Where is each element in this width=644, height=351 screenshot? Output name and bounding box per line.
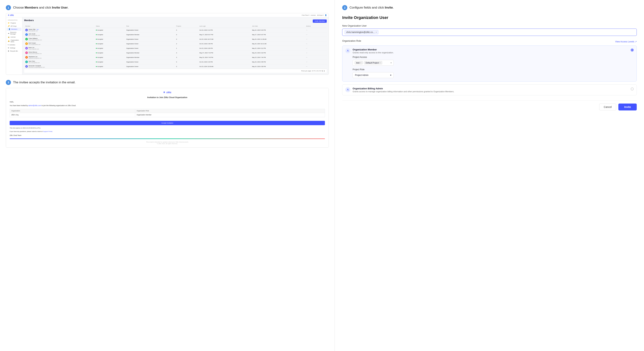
table-row: H Henry Marcus henry.marcus@zilliz.com A…: [24, 50, 327, 55]
email-screenshot-box: ✳ zilliz Invitation to Join Zilliz Cloud…: [6, 88, 329, 148]
org-member-role-card[interactable]: Organization Member Grants read-only acc…: [342, 46, 637, 82]
invite-button[interactable]: Invite: [618, 104, 637, 110]
member-cell-6: S Stephanie Lee stephanie.lee@zilliz.com: [24, 55, 95, 60]
project-access-dropdown[interactable]: test × Default Project × ▾: [352, 60, 394, 66]
project-tag-default-remove[interactable]: ×: [380, 62, 380, 64]
view-access-link[interactable]: View Access Levels ↗: [615, 40, 637, 43]
joindate-cell-1: May 27, 2024 6:47 PM: [251, 32, 305, 37]
member-cell-3: B Bob Cooper bob.cooper@zilliz.com: [24, 42, 95, 46]
table-row: S Sam Chen sam.chen@zilliz.com AcceptedO…: [24, 60, 327, 64]
ms-topbar: ✳ zilliz Free Plan ▾ License All Keys ▾ …: [6, 13, 328, 17]
ms-sidebar-members[interactable]: 👤 Members: [7, 28, 22, 31]
actions-cell-6[interactable]: ···: [305, 55, 327, 60]
actions-cell-2[interactable]: ···: [305, 37, 327, 42]
email-logo: ✳ zilliz: [10, 91, 325, 94]
project-role-arrow-icon: ▾: [390, 74, 391, 76]
status-cell-4: Accepted: [95, 46, 125, 50]
role-cell-5: Organization Member: [125, 50, 175, 55]
ms-top-actions: Free Plan ▾ License All Keys ▾ 👤: [302, 14, 327, 16]
projects-cell-4: 1: [175, 46, 198, 50]
billing-admin-role-desc: Grants access to manage organization bil…: [352, 90, 628, 92]
role-cell-1: Organization Member: [125, 32, 175, 37]
ms-free-plan: Free Plan ▾: [302, 14, 309, 16]
ms-logo-text: zilliz: [10, 14, 14, 16]
step-1-header: 1 Choose Members and click Invite User.: [6, 5, 329, 10]
org-member-role-details: Organization Member Grants read-only acc…: [352, 48, 394, 79]
support-portal-link[interactable]: Support Portal: [43, 131, 52, 132]
project-role-dropdown[interactable]: Project Admin ▾: [352, 72, 394, 78]
member-cell-1: J John Smith john.smith@zilliz.com: [24, 32, 95, 37]
col-member: Member: [24, 24, 95, 28]
email-chip-remove[interactable]: ×: [376, 31, 377, 33]
actions-cell-8[interactable]: ···: [305, 64, 327, 69]
email-team: Zilliz Cloud Team: [10, 134, 325, 137]
ms-sidebar-recycle[interactable]: 🗑 Recycle Bin: [6, 50, 22, 52]
project-role-section: Project Role Project Admin ▾: [352, 66, 394, 79]
ms-logo: ✳ zilliz: [8, 14, 14, 16]
ms-sidebar-activities[interactable]: ▾ Activities: [6, 43, 22, 46]
status-cell-3: Accepted: [95, 42, 125, 46]
org-role-header: Organization Role View Access Levels ↗: [342, 40, 637, 44]
email-inviter-link[interactable]: admin@zilliz.com: [28, 105, 41, 106]
org-member-radio[interactable]: [631, 48, 634, 52]
ms-sidebar-license[interactable]: 🔒 License: [6, 36, 22, 38]
ms-license: License: [311, 14, 316, 16]
step-3-header: 3 The invitee accepts the invitation in …: [6, 80, 329, 85]
member-cell-2: C Chloe Williams chloe.williams@zilliz.c…: [24, 37, 95, 42]
svg-point-1: [348, 89, 348, 90]
billing-admin-radio[interactable]: [631, 88, 634, 90]
ms-invite-button[interactable]: Invite Member: [313, 20, 327, 23]
ms-sidebar-resource[interactable]: ☁ Resource Manager: [6, 31, 22, 36]
email-chip-value: chris.hammington@zilliz.co...: [346, 31, 374, 34]
projects-cell-2: 0: [175, 37, 198, 42]
email-screenshot: ✳ zilliz Invitation to Join Zilliz Cloud…: [6, 88, 328, 148]
email-info-table: Organization Organization Role Zilliz's …: [10, 109, 325, 117]
lastlogin-cell-2: Oct 23, 2024 10:37 AM: [198, 37, 251, 42]
actions-cell-5[interactable]: ···: [305, 50, 327, 55]
projects-cell-6: 3: [175, 55, 198, 60]
email-accept-button[interactable]: Accept Invitation: [10, 121, 325, 125]
email-input-box[interactable]: chris.hammington@zilliz.co... ×: [342, 28, 637, 36]
actions-cell-3[interactable]: ···: [305, 42, 327, 46]
actions-cell-7[interactable]: ···: [305, 60, 327, 64]
email-footer-text: This email is intended for updates about…: [10, 141, 325, 144]
project-access-section: Project Access test × Default Project × …: [352, 54, 394, 66]
ms-sidebar-alerts[interactable]: 🔔 Organization Alerts: [6, 38, 22, 43]
key-icon: 🔑: [8, 25, 10, 27]
col-lastlogin: Last Login: [198, 24, 251, 28]
step-3-title: The invitee accepts the invitation in th…: [13, 80, 76, 84]
settings-icon: ⚙: [8, 47, 9, 49]
ms-sidebar-settings[interactable]: ⚙ Settings: [6, 46, 22, 50]
email-subject: Invitation to Join Zilliz Cloud Organiza…: [10, 96, 325, 98]
folder-icon: 📁: [8, 22, 10, 24]
ms-sidebar-projects[interactable]: 📁 Projects: [6, 22, 22, 24]
col-joindate: Join Date: [251, 24, 305, 28]
ms-sidebar-apikeys[interactable]: 🔑 API Keys: [6, 24, 22, 28]
status-cell-5: Accepted: [95, 50, 125, 55]
lastlogin-cell-0: Oct 23, 2024 4:13 PM: [198, 28, 251, 32]
actions-cell-1[interactable]: ···: [305, 32, 327, 37]
email-org-value: Zilliz's Org: [10, 113, 135, 117]
step-3-circle: 3: [6, 80, 11, 85]
table-row: C Chloe Williams chloe.williams@zilliz.c…: [24, 37, 327, 42]
member-cell-5: H Henry Marcus henry.marcus@zilliz.com: [24, 50, 95, 55]
org-member-role-icon: [345, 48, 350, 53]
actions-cell-0[interactable]: ···: [305, 28, 327, 32]
projects-cell-1: 0: [175, 32, 198, 37]
joindate-cell-4: May 22, 2024 3:12 PM: [251, 46, 305, 50]
email-footer-bar: [10, 138, 325, 139]
ms-pagination[interactable]: Rows per page: 10 ▾ 1-10 of 22 ❮ ❯: [24, 69, 327, 73]
email-greeting: Hello,: [10, 100, 325, 103]
projects-cell-0: 0: [175, 28, 198, 32]
actions-cell-4[interactable]: ···: [305, 46, 327, 50]
col-role: Role: [125, 24, 175, 28]
role-cell-2: Organization Owner: [125, 37, 175, 42]
table-header-row: Member Status Role Projects Last Login J…: [24, 24, 327, 28]
ms-content: Members Invite Member Member Status Role…: [22, 17, 328, 74]
projects-cell-7: 0: [175, 60, 198, 64]
org-member-role-card-header: Organization Member Grants read-only acc…: [345, 48, 634, 79]
billing-admin-role-card[interactable]: Organization Billing Admin Grants access…: [342, 84, 637, 95]
project-tag-test-remove[interactable]: ×: [360, 62, 361, 64]
joindate-cell-7: May 20, 2024 2:59 PM: [251, 60, 305, 64]
cancel-button[interactable]: Cancel: [599, 104, 616, 110]
